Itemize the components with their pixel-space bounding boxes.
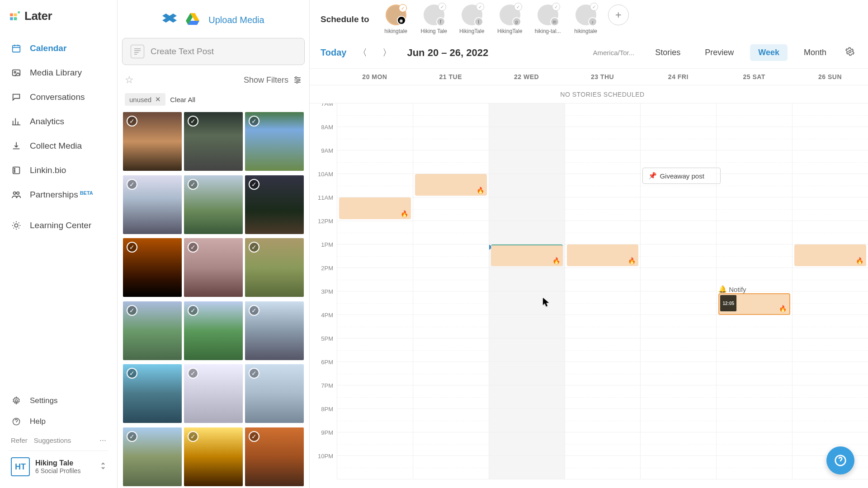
day-col-wed[interactable]: 🔥 [489, 103, 565, 479]
media-thumb[interactable]: ✓ [123, 238, 182, 297]
media-thumb[interactable]: ✓ [184, 112, 243, 171]
media-thumb[interactable]: ✓ [123, 427, 182, 486]
sidebar: Later Calendar Media Library Conversatio… [0, 0, 118, 488]
later-logo-icon [9, 10, 21, 22]
tiktok-icon: ♪ [588, 17, 597, 26]
next-week-button[interactable]: 〉 [379, 45, 395, 61]
people-icon [11, 189, 22, 200]
calendar-body[interactable]: 7AM 8AM 9AM 10AM 11AM 12PM 1PM 2PM 3PM 4… [310, 103, 868, 488]
nav-conversations[interactable]: Conversations [5, 86, 112, 108]
day-col-fri[interactable]: 📌Giveaway post [640, 103, 716, 479]
media-thumb[interactable]: ✓ [123, 301, 182, 360]
media-thumb[interactable]: ✓ [245, 112, 304, 171]
day-col-sun[interactable]: 🔥 [792, 103, 868, 479]
download-icon [11, 141, 22, 151]
clear-all-link[interactable]: Clear All [170, 96, 195, 103]
profile-pinterest[interactable]: ✓pHikingTale [494, 5, 526, 34]
time-label: 6PM [310, 359, 337, 382]
scheduled-slot[interactable]: 🔥 [339, 197, 411, 219]
profile-label: HikingTale [459, 28, 484, 34]
profile-instagram[interactable]: ✓◉hikingtale [380, 5, 412, 34]
media-thumb[interactable]: ✓ [245, 427, 304, 486]
upload-media-link[interactable]: Upload Media [208, 15, 264, 25]
month-view-button[interactable]: Month [796, 44, 835, 61]
main-nav: Calendar Media Library Conversations Ana… [0, 38, 117, 392]
stories-view-button[interactable]: Stories [647, 44, 689, 61]
star-icon[interactable]: ☆ [125, 74, 134, 86]
profile-tiktok[interactable]: ✓♪hikingtale [570, 5, 602, 34]
timezone[interactable]: America/Tor... [593, 49, 635, 56]
media-thumb[interactable]: ✓ [123, 364, 182, 423]
media-thumb[interactable]: ✓ [184, 175, 243, 234]
calendar-icon [11, 43, 22, 54]
nav-analytics[interactable]: Analytics [5, 111, 112, 132]
media-thumb[interactable]: ✓ [184, 301, 243, 360]
svg-point-12 [14, 192, 16, 194]
help-fab-button[interactable] [826, 446, 854, 474]
media-thumb[interactable]: ✓ [123, 112, 182, 171]
refer-link[interactable]: Refer [11, 436, 28, 444]
today-button[interactable]: Today [321, 47, 346, 58]
scheduled-slot[interactable]: 🔥 [794, 244, 866, 266]
time-label: 4PM [310, 312, 337, 335]
add-profile-button[interactable]: + [608, 5, 629, 25]
show-filters-button[interactable]: Show Filters [244, 75, 302, 85]
media-thumb[interactable]: ✓ [245, 175, 304, 234]
calendar-note[interactable]: 📌Giveaway post [642, 168, 721, 184]
filter-chip-unused: unused ✕ [125, 93, 165, 106]
media-thumb[interactable]: ✓ [184, 427, 243, 486]
dragging-post[interactable]: 12:05 🔥 [718, 293, 790, 315]
nav-label: Collect Media [30, 141, 82, 151]
workspace-switcher[interactable]: HT Hiking Tale 6 Social Profiles [9, 450, 108, 483]
profile-twitter[interactable]: ✓tHikingTale [456, 5, 488, 34]
beta-badge: BETA [80, 190, 93, 196]
sidebar-bottom: Settings Help Refer Suggestions ⋯ HT Hik… [0, 392, 117, 488]
svg-point-9 [14, 168, 15, 169]
calendar-settings-button[interactable] [843, 44, 857, 61]
more-icon[interactable]: ⋯ [99, 436, 106, 444]
media-thumb[interactable]: ✓ [123, 175, 182, 234]
profile-facebook[interactable]: ✓fHiking Tale [418, 5, 450, 34]
prev-week-button[interactable]: 〈 [354, 45, 371, 61]
scheduled-slot[interactable]: 🔥 [491, 244, 563, 266]
day-col-thu[interactable]: 🔥 [565, 103, 641, 479]
nav-settings[interactable]: Settings [9, 392, 108, 410]
svg-point-15 [15, 400, 18, 402]
week-view-button[interactable]: Week [750, 44, 788, 61]
note-text: Giveaway post [660, 172, 704, 180]
preview-view-button[interactable]: Preview [697, 44, 742, 61]
help-icon [11, 416, 22, 427]
nav-linkinbio[interactable]: Linkin.bio [5, 160, 112, 181]
time-label: 7PM [310, 382, 337, 406]
media-thumb[interactable]: ✓ [245, 301, 304, 360]
media-thumb[interactable]: ✓ [245, 364, 304, 423]
day-header: 25 SAT [716, 69, 792, 85]
media-thumb[interactable]: ✓ [245, 238, 304, 297]
nav-collect-media[interactable]: Collect Media [5, 135, 112, 157]
nav-calendar[interactable]: Calendar [5, 38, 112, 59]
flame-icon: 🔥 [476, 187, 484, 194]
twitter-icon: t [474, 17, 483, 26]
day-col-tue[interactable]: 🔥 [413, 103, 489, 479]
day-header: 22 WED [489, 69, 565, 85]
upload-row: Upload Media [122, 8, 305, 38]
media-grid: ✓ ✓ ✓ ✓ ✓ ✓ ✓ ✓ ✓ ✓ ✓ ✓ ✓ ✓ ✓ ✓ ✓ ✓ [122, 112, 305, 488]
media-thumb[interactable]: ✓ [184, 238, 243, 297]
nav-media-library[interactable]: Media Library [5, 62, 112, 84]
profile-linkedin[interactable]: ✓inhiking-tal... [532, 5, 564, 34]
day-col-sat[interactable]: 🔔Notify 12:05 🔥 [716, 103, 792, 479]
media-thumb[interactable]: ✓ [184, 364, 243, 423]
nav-learning-center[interactable]: Learning Center [5, 215, 112, 236]
day-col-mon[interactable]: 🔥 [337, 103, 413, 479]
check-icon: ✓ [127, 179, 137, 190]
google-drive-icon[interactable] [186, 13, 199, 27]
scheduled-slot[interactable]: 🔥 [415, 174, 487, 196]
suggestions-link[interactable]: Suggestions [34, 436, 71, 444]
dropbox-icon[interactable] [162, 13, 177, 27]
nav-help[interactable]: Help [9, 413, 108, 431]
create-text-post-button[interactable]: Create Text Post [122, 38, 305, 65]
scheduled-slot[interactable]: 🔥 [567, 244, 639, 266]
profile-label: HikingTale [497, 28, 522, 34]
nav-partnerships[interactable]: Partnerships BETA [5, 184, 112, 206]
chip-remove-icon[interactable]: ✕ [155, 95, 161, 103]
